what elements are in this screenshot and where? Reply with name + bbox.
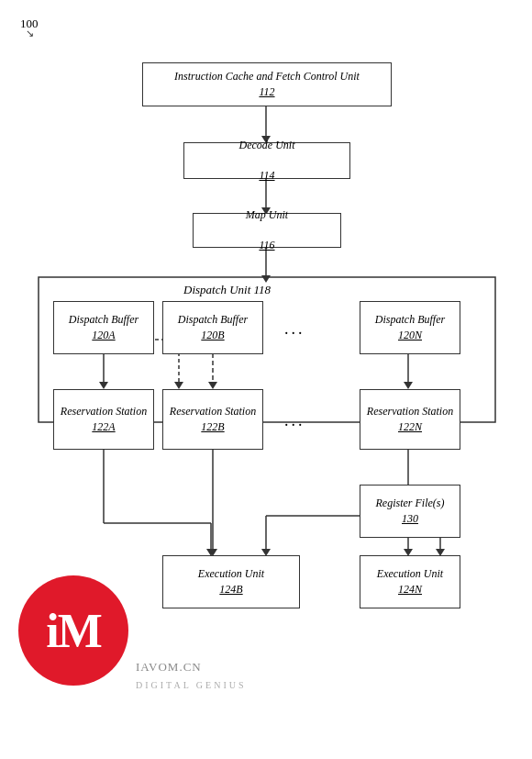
svg-marker-10	[208, 382, 217, 389]
db120a-label: Dispatch Buffer	[69, 312, 139, 328]
icfu-label: Instruction Cache and Fetch Control Unit	[174, 69, 360, 84]
rs122n-box: Reservation Station 122N	[360, 389, 460, 450]
db120a-box: Dispatch Buffer 120A	[53, 301, 154, 354]
dots-rs: ...	[284, 411, 305, 430]
watermark-site: IAVOM.CN	[136, 660, 202, 675]
map-label: Map Unit	[246, 207, 288, 223]
decode-label: Decode Unit	[239, 138, 295, 153]
eu124n-ref: 124N	[398, 582, 422, 597]
eu124n-box: Execution Unit 124N	[360, 555, 460, 608]
rs122b-label: Reservation Station	[170, 404, 256, 419]
svg-marker-28	[174, 382, 183, 389]
rs122a-box: Reservation Station 122A	[53, 389, 154, 450]
db120n-label: Dispatch Buffer	[375, 312, 445, 328]
watermark-circle: iM	[18, 575, 128, 686]
rs122a-ref: 122A	[92, 419, 115, 435]
rf130-label: Register File(s)	[376, 496, 445, 511]
rf130-ref: 130	[402, 511, 418, 527]
watermark-initials: iM	[46, 604, 101, 658]
decode-ref: 114	[259, 168, 274, 184]
rs122n-label: Reservation Station	[367, 404, 453, 419]
db120b-box: Dispatch Buffer 120B	[162, 301, 263, 354]
eu124b-label: Execution Unit	[198, 566, 264, 582]
map-box: Map Unit 116	[193, 213, 341, 248]
map-ref: 116	[259, 238, 274, 253]
db120a-ref: 120A	[92, 328, 115, 343]
figure-arrow-indicator: ↘	[26, 28, 34, 39]
eu124b-box: Execution Unit 124B	[162, 555, 300, 608]
eu124b-ref: 124B	[219, 582, 242, 597]
rs122n-ref: 122N	[398, 419, 422, 435]
rs122b-box: Reservation Station 122B	[162, 389, 263, 450]
rf130-box: Register File(s) 130	[360, 485, 460, 538]
db120n-box: Dispatch Buffer 120N	[360, 301, 460, 354]
eu124n-label: Execution Unit	[377, 566, 443, 582]
icfu-box: Instruction Cache and Fetch Control Unit…	[142, 62, 392, 106]
watermark-tagline: DIGITAL GENIUS	[136, 680, 247, 690]
db120b-label: Dispatch Buffer	[178, 312, 248, 328]
dots-dispatch: ...	[284, 319, 305, 339]
dispatch-ref: 118	[254, 283, 272, 296]
watermark: iM	[18, 575, 128, 686]
dispatch-unit-label: Dispatch Unit 118	[183, 283, 271, 297]
rs122b-ref: 122B	[201, 419, 224, 435]
svg-marker-8	[99, 382, 108, 389]
icfu-ref: 112	[259, 84, 274, 100]
decode-box: Decode Unit 114	[183, 142, 350, 179]
rs122a-label: Reservation Station	[61, 404, 147, 419]
svg-marker-12	[404, 382, 413, 389]
svg-marker-5	[261, 275, 271, 283]
db120b-ref: 120B	[201, 328, 224, 343]
db120n-ref: 120N	[398, 328, 422, 343]
